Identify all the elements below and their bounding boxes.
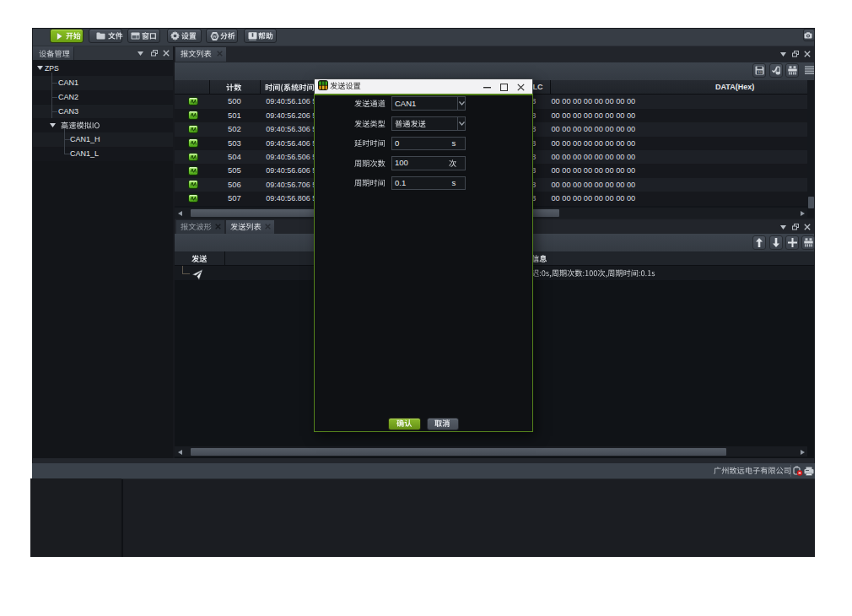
svg-text:10: 10	[758, 70, 762, 74]
